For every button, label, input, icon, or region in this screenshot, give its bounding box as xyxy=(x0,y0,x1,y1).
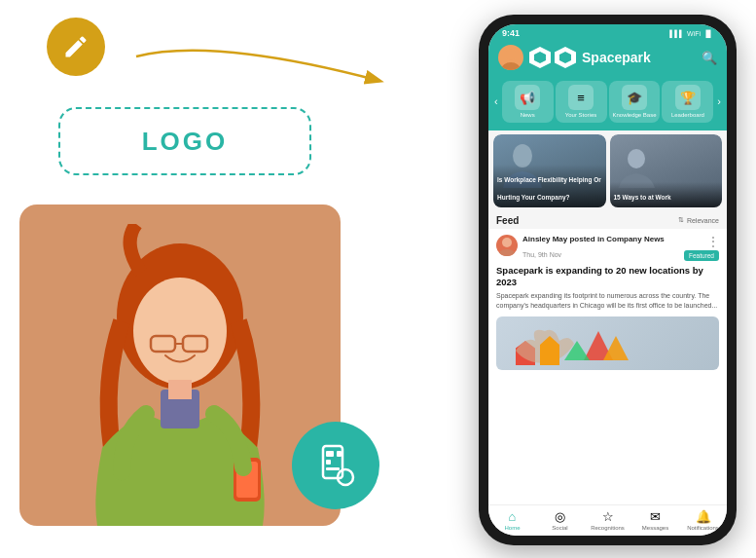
feed-header: Feed ⇅ Relevance xyxy=(488,211,727,229)
nav-knowledge-base[interactable]: 🎓 Knowledge Base xyxy=(609,81,661,123)
post-image xyxy=(496,316,719,370)
notifications-icon: 🔔 xyxy=(696,509,711,524)
battery-icon: ▐▌ xyxy=(703,30,713,37)
feed-post: Ainsley May posted in Company News ⋮ Thu… xyxy=(488,229,727,504)
articles-row: Is Workplace Flexibility Helping Or Hurt… xyxy=(488,130,727,211)
news-icon: 📢 xyxy=(515,85,540,110)
app-logo xyxy=(529,47,576,68)
knowledge-icon: 🎓 xyxy=(622,85,647,110)
article-card-1[interactable]: Is Workplace Flexibility Helping Or Hurt… xyxy=(493,134,606,207)
article-2-overlay: 15 Ways to at Work xyxy=(610,182,723,207)
nav-messages[interactable]: ✉ Messages xyxy=(631,509,679,531)
logo-text: LOGO xyxy=(142,127,229,157)
hex-logo-inner-2 xyxy=(559,52,571,63)
post-avatar xyxy=(496,235,518,256)
svg-rect-13 xyxy=(326,460,331,465)
right-arrow-icon[interactable]: › xyxy=(715,95,723,107)
feed-title: Feed xyxy=(496,215,519,226)
svg-rect-12 xyxy=(337,451,342,457)
svg-rect-7 xyxy=(168,380,192,399)
svg-rect-14 xyxy=(326,467,340,470)
hex-logo xyxy=(529,47,551,68)
post-body: Spacepark expanding its footprint to num… xyxy=(496,291,719,311)
home-icon: ⌂ xyxy=(509,509,517,524)
signal-icon: ▌▌▌ xyxy=(669,30,684,37)
person-photo-area xyxy=(19,205,341,526)
nav-recognitions[interactable]: ☆ Recognitions xyxy=(584,509,631,531)
sort-icon: ⇅ xyxy=(678,216,684,224)
leaderboard-icon: 🏆 xyxy=(675,85,701,110)
person-illustration xyxy=(44,224,316,526)
featured-badge: Featured xyxy=(684,250,719,261)
edit-circle[interactable] xyxy=(47,18,105,76)
app-header: Spacepark 🔍 xyxy=(488,40,727,78)
nav-leaderboard[interactable]: 🏆 Leaderboard xyxy=(662,81,713,123)
mobile-icon-circle xyxy=(292,422,379,509)
knowledge-label: Knowledge Base xyxy=(612,112,656,119)
bottom-nav: ⌂ Home ◎ Social ☆ Recognitions ✉ Message… xyxy=(488,504,727,536)
search-icon[interactable]: 🔍 xyxy=(702,51,717,65)
nav-icons-row: ‹ 📢 News ≡ Your Stories 🎓 Knowledge Base… xyxy=(488,78,727,130)
svg-point-2 xyxy=(133,278,227,385)
messages-label: Messages xyxy=(642,525,668,531)
svg-rect-11 xyxy=(326,451,334,457)
article-2-title: 15 Ways to at Work xyxy=(614,194,671,201)
post-more-icon[interactable]: ⋮ xyxy=(707,235,719,248)
status-bar: 9:41 ▌▌▌ WiFi ▐▌ xyxy=(488,24,727,40)
phone-screen: 9:41 ▌▌▌ WiFi ▐▌ xyxy=(488,24,727,536)
article-1-title: Is Workplace Flexibility Helping Or Hurt… xyxy=(497,176,601,201)
mobile-icon xyxy=(313,443,358,488)
user-avatar xyxy=(498,45,523,70)
svg-point-18 xyxy=(628,149,645,168)
hex-logo-2 xyxy=(555,47,576,68)
recognitions-label: Recognitions xyxy=(591,525,625,531)
svg-point-19 xyxy=(502,238,512,247)
phone-outer: 9:41 ▌▌▌ WiFi ▐▌ xyxy=(479,15,737,545)
social-icon: ◎ xyxy=(555,509,565,524)
hex-logo-inner xyxy=(534,52,546,63)
left-arrow-icon[interactable]: ‹ xyxy=(492,95,500,107)
app-name: Spacepark xyxy=(582,50,696,65)
post-author-name: Ainsley May posted in Company News xyxy=(522,235,665,244)
article-card-2[interactable]: 15 Ways to at Work xyxy=(610,134,723,207)
recognitions-icon: ☆ xyxy=(602,509,614,524)
post-author-row: Ainsley May posted in Company News ⋮ Thu… xyxy=(496,235,719,261)
svg-marker-21 xyxy=(603,336,629,360)
nav-social[interactable]: ◎ Social xyxy=(536,509,584,531)
news-label: News xyxy=(521,112,535,119)
notifications-label: Notifications xyxy=(687,525,719,531)
feed-sort[interactable]: ⇅ Relevance xyxy=(678,216,719,224)
nav-your-stories[interactable]: ≡ Your Stories xyxy=(556,81,607,123)
logo-box: LOGO xyxy=(58,107,311,175)
pencil-icon xyxy=(62,33,90,60)
wifi-icon: WiFi xyxy=(687,30,701,37)
phone-mockup: 9:41 ▌▌▌ WiFi ▐▌ xyxy=(479,15,737,545)
home-label: Home xyxy=(504,525,520,531)
social-label: Social xyxy=(552,525,567,531)
status-icons: ▌▌▌ WiFi ▐▌ xyxy=(669,30,713,37)
nav-notifications[interactable]: 🔔 Notifications xyxy=(679,509,727,531)
article-1-overlay: Is Workplace Flexibility Helping Or Hurt… xyxy=(493,165,606,207)
stories-icon: ≡ xyxy=(568,85,594,110)
sort-label: Relevance xyxy=(687,217,719,224)
nav-news[interactable]: 📢 News xyxy=(502,81,554,123)
status-time: 9:41 xyxy=(502,28,520,38)
leaderboard-label: Leaderboard xyxy=(671,112,704,119)
messages-icon: ✉ xyxy=(650,509,661,524)
nav-home[interactable]: ⌂ Home xyxy=(488,509,536,531)
svg-point-16 xyxy=(505,49,517,60)
post-author-info: Ainsley May posted in Company News ⋮ Thu… xyxy=(522,235,719,261)
post-date: Thu, 9th Nov xyxy=(522,251,561,258)
post-headline: Spacepark is expanding to 20 new locatio… xyxy=(496,265,719,289)
stories-label: Your Stories xyxy=(565,112,596,119)
